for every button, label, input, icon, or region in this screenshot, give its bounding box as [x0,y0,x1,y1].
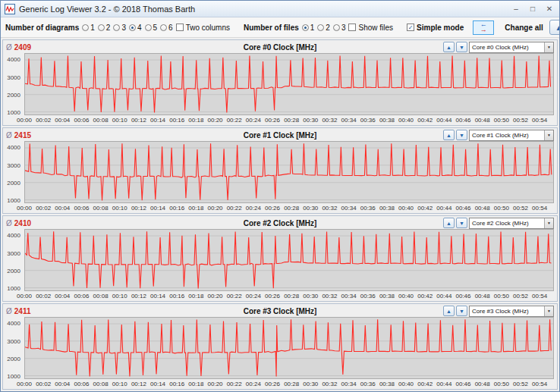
channel-select[interactable]: Core #2 Clock (MHz)▼ [469,218,554,229]
checkbox-icon [348,24,356,31]
charts-area: Ø2409 Core #0 Clock [MHz] ▲ ▼ Core #0 Cl… [1,38,559,390]
plot-area-core1[interactable] [24,141,554,203]
x-tick-label: 00:46 [456,117,471,124]
checkbox-label: Two columns [186,24,230,32]
diagrams-radio-6[interactable]: 6 [160,24,173,32]
minimize-button[interactable]: – [510,5,522,13]
series-line [25,231,551,288]
x-tick-label: 00:02 [36,381,51,387]
move-chart-down-button[interactable]: ▼ [456,218,467,228]
x-tick-label: 00:46 [456,293,471,299]
x-tick-label: 00:30 [303,381,318,387]
close-button[interactable]: ✕ [543,5,555,13]
y-tick-label: 3000 [7,250,20,257]
radio-icon [333,24,340,31]
move-chart-up-button[interactable]: ▲ [443,42,455,52]
files-radio-2[interactable]: 2 [317,24,330,32]
chart-panel-core3: Ø2411 Core #3 Clock [MHz] ▲ ▼ Core #3 Cl… [2,303,558,390]
move-chart-down-button[interactable]: ▼ [456,306,467,316]
chart-panel-core1: Ø2415 Core #1 Clock [MHz] ▲ ▼ Core #1 Cl… [2,127,558,214]
series-line [25,55,551,112]
x-tick-label: 00:04 [55,293,70,299]
x-tick-label: 00:24 [246,205,261,212]
x-tick-label: 00:20 [208,117,223,124]
y-tick-label: 3000 [7,74,20,81]
x-tick-label: 00:16 [169,293,184,299]
channel-select[interactable]: Core #3 Clock (MHz)▼ [469,306,554,317]
move-chart-down-button[interactable]: ▼ [456,42,467,52]
avg-value: 2411 [14,307,31,315]
radio-icon [317,24,324,31]
down-arrow-icon: ▼ [459,309,464,314]
simple-mode-checkbox[interactable]: ✓Simple mode [407,24,467,32]
move-chart-up-button[interactable]: ▲ [443,306,455,316]
avg-symbol: Ø [6,131,12,140]
diagrams-radio-5[interactable]: 5 [145,24,158,32]
x-tick-label: 00:00 [17,293,32,299]
x-tick-label: 00:32 [322,117,337,124]
x-tick-label: 00:34 [341,117,357,124]
x-tick-label: 00:32 [322,205,337,212]
x-tick-label: 00:16 [169,205,184,212]
x-tick-label: 00:30 [303,205,318,212]
x-tick-label: 00:26 [265,293,280,299]
x-tick-label: 00:14 [150,293,165,299]
window-controls: – □ ✕ [510,5,555,13]
x-tick-label: 00:08 [93,381,109,387]
files-radio-1[interactable]: 1 [302,24,315,32]
x-tick-label: 00:28 [284,293,299,299]
x-tick-label: 00:52 [513,381,528,387]
move-chart-up-button[interactable]: ▲ [443,218,455,228]
x-tick-label: 00:54 [532,293,547,299]
diagrams-radio-4[interactable]: 4 [129,24,142,32]
x-tick-label: 00:00 [17,117,32,124]
up-arrow-icon: ▲ [446,221,451,226]
dropdown-arrow-icon: ▼ [544,306,553,316]
chart-panel-core0: Ø2409 Core #0 Clock [MHz] ▲ ▼ Core #0 Cl… [2,39,558,126]
diagrams-radio-2[interactable]: 2 [98,24,111,32]
simple-mode-toggle-button[interactable]: ← → [473,20,494,35]
two-columns-checkbox[interactable]: Two columns [176,24,230,32]
y-tick-label: 2000 [7,92,20,99]
x-tick-label: 00:32 [322,381,337,387]
panel-header: Ø2409 Core #0 Clock [MHz] ▲ ▼ Core #0 Cl… [3,41,557,53]
files-radio-3[interactable]: 3 [333,24,346,32]
plot-area-core2[interactable] [24,229,554,291]
x-tick-label: 00:28 [284,381,299,387]
x-tick-label: 00:36 [360,205,376,212]
x-tick-label: 00:00 [17,381,32,387]
show-files-checkbox[interactable]: Show files [348,24,393,32]
change-all-up-button[interactable]: ▲ [549,20,560,35]
x-tick-label: 00:46 [456,381,471,387]
move-chart-down-button[interactable]: ▼ [456,130,467,140]
x-tick-label: 00:50 [494,381,509,387]
x-tick-label: 00:50 [494,117,509,124]
plot-area-core0[interactable] [24,53,554,115]
checkbox-icon [176,24,184,31]
x-tick-label: 00:12 [131,205,146,212]
x-tick-label: 00:42 [417,381,433,387]
panel-controls: ▲ ▼ Core #0 Clock (MHz)▼ [443,42,554,53]
x-tick-label: 00:42 [417,205,433,212]
x-tick-label: 00:26 [265,381,280,387]
panel-controls: ▲ ▼ Core #2 Clock (MHz)▼ [443,218,554,229]
radio-selected-icon [302,24,309,31]
down-arrow-icon: ▼ [459,45,464,50]
title-bar[interactable]: Generic Log Viewer 3.2 - © 2018 Thomas B… [1,1,559,17]
channel-select[interactable]: Core #1 Clock (MHz)▼ [469,130,554,141]
move-chart-up-button[interactable]: ▲ [443,130,455,140]
x-tick-label: 00:04 [55,381,70,387]
y-tick-label: 1000 [7,285,20,292]
up-arrow-icon: ▲ [555,24,560,32]
channel-select[interactable]: Core #0 Clock (MHz)▼ [469,42,554,53]
plot-area-core3[interactable] [24,317,554,379]
x-tick-label: 00:18 [188,205,203,212]
x-tick-label: 00:38 [379,117,395,124]
diagrams-radio-1[interactable]: 1 [82,24,95,32]
diagrams-radio-3[interactable]: 3 [113,24,126,32]
radio-label: 6 [168,24,173,32]
x-tick-label: 00:38 [379,381,395,387]
y-tick-label: 3000 [7,338,20,345]
x-tick-label: 00:44 [436,293,451,299]
maximize-button[interactable]: □ [527,5,539,13]
